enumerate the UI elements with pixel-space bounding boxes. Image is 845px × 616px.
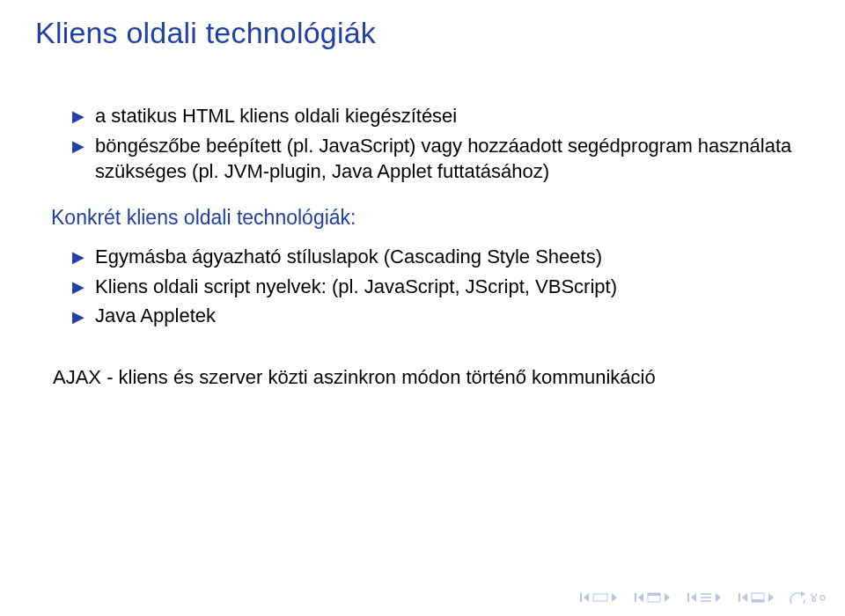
svg-marker-3 [612, 593, 617, 602]
list-item-text: Java Appletek [95, 304, 216, 326]
bullet-icon: ▶ [72, 106, 84, 127]
svg-rect-7 [648, 593, 660, 596]
svg-marker-4 [638, 593, 643, 602]
list-item: ▶ Kliens oldali script nyelvek: (pl. Jav… [72, 274, 810, 300]
svg-rect-16 [738, 593, 740, 602]
list-item-text: Kliens oldali script nyelvek: (pl. JavaS… [95, 275, 617, 297]
nav-next-section-icon[interactable] [715, 592, 727, 603]
nav-prev-slide-icon[interactable] [592, 592, 609, 603]
nav-back-icon[interactable] [789, 591, 808, 604]
slide-body: ▶ a statikus HTML kliens oldali kiegészí… [35, 103, 810, 391]
nav-subsection-icon[interactable] [646, 591, 662, 604]
svg-marker-0 [584, 593, 589, 602]
beamer-nav: ४० [577, 590, 827, 605]
nav-frame-icon[interactable] [750, 591, 766, 604]
tech-list: ▶ Egymásba ágyazható stíluslapok (Cascad… [72, 244, 810, 329]
nav-next-subsection-icon[interactable] [664, 592, 676, 603]
list-item: ▶ Java Appletek [72, 303, 810, 329]
footer-paragraph: AJAX - kliens és szerver közti aszinkron… [53, 364, 810, 391]
bullet-icon: ▶ [72, 136, 84, 157]
nav-search-icon[interactable]: ४० [810, 590, 827, 605]
nav-section-icon[interactable] [699, 591, 713, 604]
svg-rect-18 [752, 599, 764, 602]
svg-marker-15 [742, 593, 747, 602]
nav-prev-section-icon[interactable] [685, 592, 697, 603]
svg-marker-14 [716, 593, 721, 602]
nav-first-slide-icon[interactable] [577, 592, 590, 603]
bullet-icon: ▶ [72, 246, 84, 268]
list-item-text: a statikus HTML kliens oldali kiegészíté… [95, 105, 457, 127]
svg-rect-1 [580, 593, 582, 602]
svg-marker-9 [691, 593, 696, 602]
nav-frame-forward-icon[interactable] [768, 592, 780, 603]
svg-marker-8 [665, 593, 670, 602]
bullet-icon: ▶ [72, 276, 84, 297]
slide-title: Kliens oldali technológiák [35, 16, 810, 50]
list-item-text: Egymásba ágyazható stíluslapok (Cascadin… [95, 246, 602, 268]
svg-marker-20 [801, 591, 805, 597]
list-item: ▶ Egymásba ágyazható stíluslapok (Cascad… [72, 244, 810, 270]
nav-frame-back-icon[interactable] [736, 592, 748, 603]
nav-next-slide-icon[interactable] [611, 592, 623, 603]
slide: Kliens oldali technológiák ▶ a statikus … [0, 0, 845, 616]
svg-rect-10 [687, 593, 689, 602]
list-item: ▶ a statikus HTML kliens oldali kiegészí… [72, 103, 810, 129]
list-item-text: böngészőbe beépített (pl. JavaScript) va… [95, 135, 791, 183]
list-item: ▶ böngészőbe beépített (pl. JavaScript) … [72, 133, 810, 185]
svg-rect-2 [593, 594, 607, 601]
svg-rect-5 [635, 593, 636, 602]
svg-marker-19 [768, 593, 774, 602]
intro-list: ▶ a statikus HTML kliens oldali kiegészí… [72, 103, 810, 185]
subheading: Konkrét kliens oldali technológiák: [51, 204, 810, 231]
bullet-icon: ▶ [72, 306, 84, 327]
nav-prev-subsection-icon[interactable] [632, 592, 644, 603]
